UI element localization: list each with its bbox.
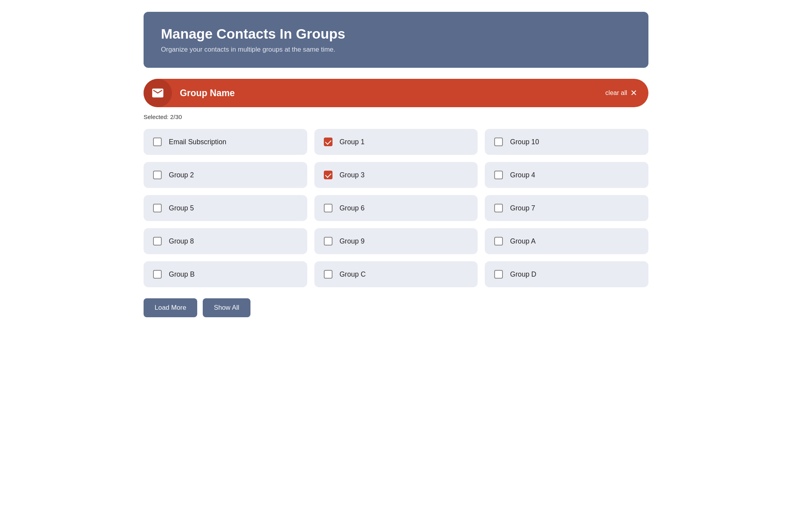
page-subtitle: Organize your contacts in multiple group… xyxy=(161,46,631,54)
checkbox-group-a[interactable] xyxy=(494,237,503,246)
group-label-group-d: Group D xyxy=(510,270,536,279)
group-label-group-c: Group C xyxy=(340,270,366,279)
group-item-group-d[interactable]: Group D xyxy=(485,261,648,287)
group-item-group-3[interactable]: Group 3 xyxy=(314,162,478,188)
group-item-group-a[interactable]: Group A xyxy=(485,228,648,254)
clear-all-button[interactable]: clear all ✕ xyxy=(605,88,637,98)
group-item-group-4[interactable]: Group 4 xyxy=(485,162,648,188)
group-item-group-c[interactable]: Group C xyxy=(314,261,478,287)
group-label-group-5: Group 5 xyxy=(169,204,194,212)
group-bar-label: Group Name xyxy=(180,88,605,99)
clear-all-label: clear all xyxy=(605,89,627,97)
group-label-group-1: Group 1 xyxy=(340,138,365,146)
checkbox-group-5[interactable] xyxy=(153,204,162,212)
checkbox-group-6[interactable] xyxy=(324,204,332,212)
group-item-group-1[interactable]: Group 1 xyxy=(314,129,478,155)
envelope-icon xyxy=(144,79,172,107)
group-item-group-6[interactable]: Group 6 xyxy=(314,195,478,221)
group-item-group-5[interactable]: Group 5 xyxy=(144,195,307,221)
load-more-button[interactable]: Load More xyxy=(144,298,197,317)
checkbox-group-4[interactable] xyxy=(494,171,503,179)
actions-row: Load More Show All xyxy=(144,298,648,317)
checkbox-group-7[interactable] xyxy=(494,204,503,212)
group-item-email-subscription[interactable]: Email Subscription xyxy=(144,129,307,155)
group-item-group-10[interactable]: Group 10 xyxy=(485,129,648,155)
group-item-group-7[interactable]: Group 7 xyxy=(485,195,648,221)
group-label-group-10: Group 10 xyxy=(510,138,539,146)
group-label-group-a: Group A xyxy=(510,237,536,246)
page-title: Manage Contacts In Groups xyxy=(161,26,631,42)
checkbox-email-subscription[interactable] xyxy=(153,138,162,146)
group-bar: Group Name clear all ✕ xyxy=(144,79,648,107)
group-item-group-b[interactable]: Group B xyxy=(144,261,307,287)
group-item-group-9[interactable]: Group 9 xyxy=(314,228,478,254)
group-item-group-2[interactable]: Group 2 xyxy=(144,162,307,188)
checkbox-group-1[interactable] xyxy=(324,138,332,146)
close-icon: ✕ xyxy=(630,88,637,98)
group-label-group-9: Group 9 xyxy=(340,237,365,246)
group-label-email-subscription: Email Subscription xyxy=(169,138,226,146)
checkbox-group-b[interactable] xyxy=(153,270,162,279)
checkbox-group-8[interactable] xyxy=(153,237,162,246)
group-label-group-2: Group 2 xyxy=(169,171,194,179)
header-banner: Manage Contacts In Groups Organize your … xyxy=(144,12,648,68)
checkbox-group-3[interactable] xyxy=(324,171,332,179)
group-label-group-4: Group 4 xyxy=(510,171,535,179)
group-label-group-6: Group 6 xyxy=(340,204,365,212)
group-label-group-3: Group 3 xyxy=(340,171,365,179)
checkbox-group-2[interactable] xyxy=(153,171,162,179)
show-all-button[interactable]: Show All xyxy=(203,298,250,317)
selected-count: Selected: 2/30 xyxy=(144,113,648,120)
group-label-group-8: Group 8 xyxy=(169,237,194,246)
checkbox-group-9[interactable] xyxy=(324,237,332,246)
group-label-group-7: Group 7 xyxy=(510,204,535,212)
groups-grid: Email SubscriptionGroup 1Group 10Group 2… xyxy=(144,129,648,287)
checkbox-group-d[interactable] xyxy=(494,270,503,279)
group-item-group-8[interactable]: Group 8 xyxy=(144,228,307,254)
group-label-group-b: Group B xyxy=(169,270,195,279)
checkbox-group-10[interactable] xyxy=(494,138,503,146)
checkbox-group-c[interactable] xyxy=(324,270,332,279)
